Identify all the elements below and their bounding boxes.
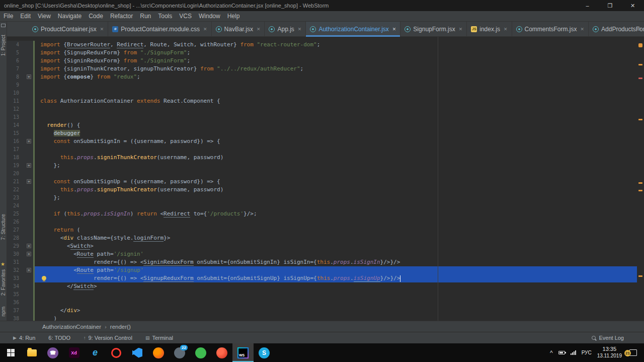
code-line-34[interactable]: 34 </Switch> [7, 282, 644, 291]
line-number[interactable]: 33 [7, 274, 19, 282]
line-number[interactable]: 13 [7, 113, 19, 121]
taskbar-file-explorer[interactable] [21, 343, 42, 362]
line-number[interactable]: 26 [7, 218, 19, 226]
error-stripe-mark-4[interactable] [638, 190, 642, 191]
fold-icon[interactable]: + [27, 163, 31, 168]
code-line-32[interactable]: 32+ <Route path='/signup' [7, 266, 644, 274]
line-number[interactable]: 16 [7, 137, 19, 146]
code-line-31[interactable]: 31 render={() => <SigninReduxForm onSubm… [7, 258, 644, 266]
line-number[interactable]: 31 [7, 258, 19, 266]
file-status-indicator[interactable] [638, 43, 642, 47]
line-number[interactable]: 17 [7, 146, 19, 154]
code-line-16[interactable]: 16+ const onSubmitSignIn = ({username, p… [7, 137, 644, 146]
taskbar-whatsapp[interactable] [190, 343, 211, 362]
line-number[interactable]: 20 [7, 170, 19, 178]
window-minimize-button[interactable]: – [576, 0, 599, 11]
code-line-8[interactable]: 8+import {compose} from "redux"; [7, 73, 644, 81]
line-number[interactable]: 22 [7, 186, 19, 194]
code-line-10[interactable]: 10 [7, 89, 644, 97]
code-line-35[interactable]: 35 [7, 291, 644, 299]
line-number[interactable]: 18 [7, 154, 19, 162]
tab-ProductContainer.module.css[interactable]: #ProductContainer.module.css✕ [108, 22, 211, 36]
line-number[interactable]: 37 [7, 307, 19, 315]
code-line-26[interactable]: 26 [7, 218, 644, 226]
tab-close-icon[interactable]: ✕ [203, 27, 207, 32]
code-line-33[interactable]: 33 render={() => <SignupReduxForm onSubm… [7, 274, 644, 282]
line-number[interactable]: 12 [7, 105, 19, 113]
code-line-24[interactable]: 24 [7, 202, 644, 210]
tab-App.js[interactable]: App.js✕ [265, 22, 306, 36]
taskbar-webstorm[interactable] [232, 343, 254, 362]
more-tabs-icon[interactable]: ≡ [637, 25, 641, 33]
line-number[interactable]: 9 [7, 81, 19, 89]
toolwindow-structure-button[interactable]: 7: Structure [1, 214, 6, 240]
code-line-25[interactable]: 25 if (this.props.isSignIn) return <Redi… [7, 210, 644, 218]
line-number[interactable]: 11 [7, 97, 19, 105]
line-number[interactable]: 4 [7, 41, 19, 49]
code-line-5[interactable]: 5import {SignupReduxForm} from "./Signup… [7, 49, 644, 57]
code-line-13[interactable]: 13 [7, 113, 644, 121]
line-number[interactable]: 36 [7, 299, 19, 307]
fold-icon[interactable]: + [27, 268, 31, 272]
code-line-38[interactable]: 38 ) [7, 315, 644, 321]
fold-icon[interactable]: + [27, 252, 31, 256]
language-indicator[interactable]: РУС [582, 350, 592, 355]
code-line-36[interactable]: 36 [7, 299, 644, 307]
line-number[interactable]: 23 [7, 194, 19, 202]
code-line-23[interactable]: 23 }; [7, 194, 644, 202]
intention-bulb-icon[interactable] [42, 276, 46, 280]
breadcrumb-method[interactable]: render() [110, 324, 131, 330]
window-close-button[interactable]: ✕ [621, 0, 644, 11]
tab-close-icon[interactable]: ✕ [459, 27, 463, 32]
line-number[interactable]: 27 [7, 226, 19, 234]
taskbar-adobe-xd[interactable]: Xd [63, 343, 85, 362]
tray-chevron-icon[interactable]: ^ [550, 349, 553, 356]
action-center-icon[interactable]: 21 [629, 349, 637, 356]
error-stripe-mark-5[interactable] [638, 275, 642, 277]
tab-AuthorizationContainer.jsx[interactable]: AuthorizationContainer.jsx✕ [306, 22, 400, 36]
tab-close-icon[interactable]: ✕ [298, 27, 302, 32]
taskbar-opera[interactable] [106, 343, 127, 362]
code-line-27[interactable]: 27 return ( [7, 226, 644, 234]
breadcrumb-class[interactable]: AuthorizationContainer [42, 324, 101, 330]
menu-file[interactable]: File [0, 11, 17, 21]
code-line-37[interactable]: 37 </div> [7, 307, 644, 315]
line-number[interactable]: 14 [7, 121, 19, 129]
line-number[interactable]: 21 [7, 178, 19, 186]
fold-icon[interactable]: + [27, 75, 31, 79]
code-line-19[interactable]: 19+ }; [7, 162, 644, 170]
line-number[interactable]: 10 [7, 89, 19, 97]
tab-NavBar.jsx[interactable]: NavBar.jsx✕ [212, 22, 265, 36]
menu-navigate[interactable]: Navigate [54, 11, 85, 21]
editor[interactable]: 4import {BrowserRouter, Redirect, Route,… [7, 37, 644, 321]
taskbar-clock[interactable]: 13:35 13.11.2019 [597, 346, 622, 359]
code-line-21[interactable]: 21+ const onSubmitSignUp = ({username, p… [7, 178, 644, 186]
code-line-9[interactable]: 9 [7, 81, 644, 89]
menu-code[interactable]: Code [85, 11, 107, 21]
code-line-11[interactable]: 11class AuthorizationContainer extends R… [7, 97, 644, 105]
code-line-22[interactable]: 22 this.props.signupThunkCreator(usernam… [7, 186, 644, 194]
menu-window[interactable]: Window [195, 11, 224, 21]
tab-ProductContainer.jsx[interactable]: ProductContainer.jsx✕ [28, 22, 108, 36]
code-line-29[interactable]: 29+ <Switch> [7, 242, 644, 250]
toolwindow-npm-button[interactable]: npm [1, 307, 6, 316]
tab-index.js[interactable]: JSindex.js✕ [467, 22, 512, 36]
error-stripe-mark-0[interactable] [638, 64, 642, 65]
code-line-7[interactable]: 7import {signinThunkCreator, signupThunk… [7, 65, 644, 73]
menu-help[interactable]: Help [224, 11, 244, 21]
line-number[interactable]: 32 [7, 266, 19, 274]
toolwindow-project-button[interactable]: 1: Project [1, 35, 6, 56]
error-stripe-mark-2[interactable] [638, 119, 642, 120]
tab-close-icon[interactable]: ✕ [504, 27, 508, 32]
fold-icon[interactable]: + [27, 139, 31, 143]
code-line-18[interactable]: 18 this.props.signinThunkCreator(usernam… [7, 154, 644, 162]
fold-icon[interactable]: + [27, 244, 31, 248]
code-line-4[interactable]: 4import {BrowserRouter, Redirect, Route,… [7, 41, 644, 49]
menu-refactor[interactable]: Refactor [107, 11, 136, 21]
line-number[interactable]: 15 [7, 129, 19, 137]
code-line-12[interactable]: 12 [7, 105, 644, 113]
tab-AddProductsForm.jsx[interactable]: AddProductsForm.jsx✕ [589, 22, 644, 36]
toolwindow-button-todo[interactable]: 6: TODO [48, 335, 70, 341]
line-number[interactable]: 28 [7, 234, 19, 242]
tab-close-icon[interactable]: ✕ [392, 27, 396, 32]
